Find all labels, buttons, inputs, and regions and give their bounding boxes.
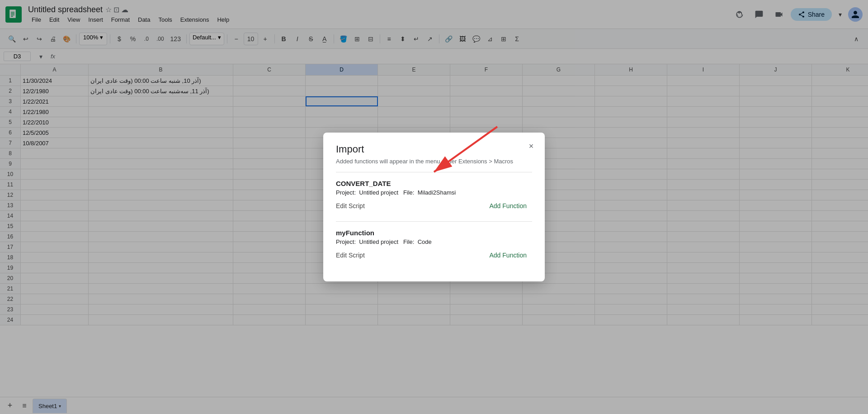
project-label-2: Project: xyxy=(336,238,356,245)
edit-script-button-1[interactable]: Edit Script xyxy=(336,200,365,212)
function-entry-myfunction: myFunction Project: Untitled project Fil… xyxy=(336,229,532,262)
file-value-1: Miladi2Shamsi xyxy=(418,189,456,196)
function-divider xyxy=(336,221,532,222)
add-function-button-1[interactable]: Add Function xyxy=(484,200,533,212)
dialog-divider-top xyxy=(336,172,532,172)
project-value-2: Untitled project xyxy=(359,238,398,245)
project-value-1: Untitled project xyxy=(359,189,398,196)
function-name-myfunction: myFunction xyxy=(336,229,532,237)
add-function-button-2[interactable]: Add Function xyxy=(484,249,533,262)
file-value-2: Code xyxy=(418,238,432,245)
dialog-close-button[interactable]: × xyxy=(525,140,538,152)
file-label-1: File: xyxy=(403,189,415,196)
dialog-overlay: × Import Added functions will appear in … xyxy=(0,0,868,414)
dialog-title: Import xyxy=(336,143,532,155)
function-actions-myfunction: Edit Script Add Function xyxy=(336,249,532,262)
project-label-1: Project: xyxy=(336,189,356,196)
function-meta-myfunction: Project: Untitled project File: Code xyxy=(336,238,532,245)
file-label-2: File: xyxy=(403,238,415,245)
function-name-convert-date: CONVERT_DATE xyxy=(336,180,532,187)
dialog-subtitle: Added functions will appear in the menu … xyxy=(336,158,532,165)
import-dialog: × Import Added functions will appear in … xyxy=(323,133,545,281)
function-meta-convert-date: Project: Untitled project File: Miladi2S… xyxy=(336,189,532,196)
edit-script-button-2[interactable]: Edit Script xyxy=(336,249,365,262)
app-container: Untitled spreadsheet ☆ ⊡ ☁ File Edit Vie… xyxy=(0,0,868,414)
function-entry-convert-date: CONVERT_DATE Project: Untitled project F… xyxy=(336,180,532,212)
function-actions-convert-date: Edit Script Add Function xyxy=(336,200,532,212)
